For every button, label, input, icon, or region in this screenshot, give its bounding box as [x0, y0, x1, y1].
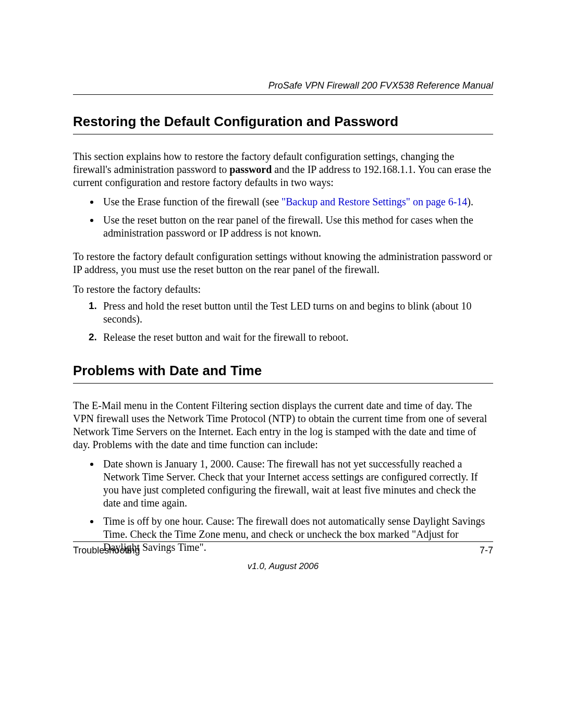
footer-chapter: Troubleshooting	[73, 545, 140, 556]
heading-restoring-default: Restoring the Default Configuration and …	[73, 114, 493, 134]
running-header: ProSafe VPN Firewall 200 FVX538 Referenc…	[73, 80, 493, 95]
intro-paragraph: This section explains how to restore the…	[73, 150, 493, 189]
bullet-text-after-link: ).	[467, 196, 473, 207]
restore-steps: Press and hold the reset button until th…	[73, 300, 493, 344]
list-item: Use the reset button on the rear panel o…	[100, 214, 493, 240]
heading-date-time: Problems with Date and Time	[73, 363, 493, 384]
date-time-intro: The E-Mail menu in the Content Filtering…	[73, 399, 493, 451]
date-time-problems-list: Date shown is January 1, 2000. Cause: Th…	[73, 458, 493, 554]
step-item: Press and hold the reset button until th…	[89, 300, 493, 326]
footer-page-number: 7-7	[480, 545, 493, 556]
footer-version: v1.0, August 2006	[73, 561, 493, 572]
bullet-text-before-link: Use the Erase function of the firewall (…	[103, 196, 282, 207]
xref-backup-restore[interactable]: "Backup and Restore Settings" on page 6-…	[282, 196, 467, 207]
restore-note-paragraph: To restore the factory default configura…	[73, 250, 493, 276]
page-content: ProSafe VPN Firewall 200 FVX538 Referenc…	[73, 80, 493, 559]
ways-list: Use the Erase function of the firewall (…	[73, 195, 493, 240]
password-literal: password	[229, 164, 272, 175]
list-item: Date shown is January 1, 2000. Cause: Th…	[100, 458, 493, 510]
list-item: Use the Erase function of the firewall (…	[100, 195, 493, 208]
step-item: Release the reset button and wait for th…	[89, 331, 493, 344]
page-footer: Troubleshooting 7-7 v1.0, August 2006	[73, 541, 493, 572]
restore-leadin: To restore the factory defaults:	[73, 283, 493, 295]
